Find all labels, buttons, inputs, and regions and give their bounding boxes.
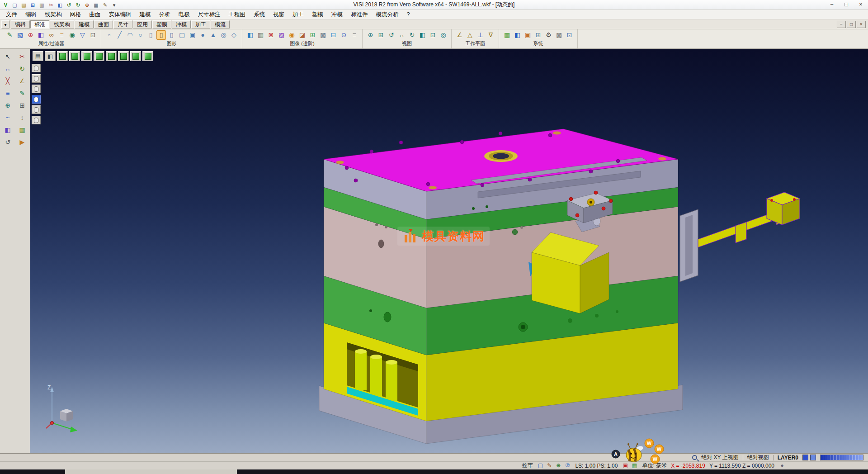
view-cube-button[interactable] bbox=[81, 51, 92, 61]
sidebar-tool-icon[interactable]: ⊕ bbox=[2, 100, 14, 110]
menu-item[interactable]: 塑模 bbox=[308, 10, 327, 19]
toolbar-tab[interactable]: 线架构 bbox=[50, 20, 74, 28]
layer-color-swatch[interactable] bbox=[810, 455, 816, 460]
view-cube-button[interactable] bbox=[57, 51, 68, 61]
status-icon[interactable]: ✎ bbox=[546, 462, 553, 469]
toolbar-icon[interactable]: ⊠ bbox=[266, 30, 276, 40]
sidebar-tool-icon[interactable]: ╳ bbox=[2, 76, 14, 86]
display-mode-button[interactable] bbox=[32, 74, 41, 83]
toolbar-icon[interactable]: ▯ bbox=[167, 30, 176, 40]
toolbar-icon[interactable]: ▦ bbox=[502, 30, 512, 40]
toolbar-icon[interactable]: ↻ bbox=[407, 30, 417, 40]
toolbar-icon[interactable]: ⊞ bbox=[376, 30, 386, 40]
viewport-window-button[interactable]: ▤ bbox=[33, 51, 43, 61]
layer-color-swatch[interactable] bbox=[802, 455, 808, 460]
viewport-window-button[interactable]: ◧ bbox=[45, 51, 56, 61]
view-orientation-button[interactable]: 绝对 XY 上视图 bbox=[701, 454, 738, 461]
quick-access-icon[interactable]: ✂ bbox=[47, 1, 55, 9]
toolbar-icon[interactable]: ⊡ bbox=[88, 30, 98, 40]
toolbar-tab[interactable]: 模流 bbox=[211, 20, 230, 28]
search-icon[interactable] bbox=[692, 455, 697, 460]
viewport-3d[interactable]: ▤◧ bbox=[30, 49, 868, 453]
toolbar-icon[interactable]: ⊡ bbox=[565, 30, 574, 40]
menu-item[interactable]: 实体编辑 bbox=[105, 10, 136, 19]
document-window-button[interactable]: □ bbox=[847, 21, 856, 28]
quick-access-icon[interactable]: ▾ bbox=[110, 1, 118, 9]
quick-access-icon[interactable]: ⊕ bbox=[83, 1, 91, 9]
toolbar-icon[interactable]: ⊞ bbox=[533, 30, 543, 40]
toolbar-icon[interactable]: ◪ bbox=[297, 30, 307, 40]
toolbar-icon[interactable]: ⊕ bbox=[366, 30, 375, 40]
sidebar-tool-icon[interactable]: ∠ bbox=[16, 76, 28, 86]
menu-item[interactable]: 线架构 bbox=[41, 10, 66, 19]
quick-access-icon[interactable]: ↻ bbox=[74, 1, 82, 9]
toolbar-icon[interactable]: ◉ bbox=[67, 30, 77, 40]
menu-item[interactable]: 加工 bbox=[288, 10, 308, 19]
toolbar-tab[interactable]: 冲模 bbox=[172, 20, 191, 28]
toolbar-icon[interactable]: ⊥ bbox=[476, 30, 485, 40]
toolbar-icon[interactable]: ∞ bbox=[47, 30, 56, 40]
toolbar-icon[interactable]: ✎ bbox=[5, 30, 14, 40]
toolbar-icon[interactable]: ▣ bbox=[523, 30, 533, 40]
sidebar-tool-icon[interactable]: ✎ bbox=[16, 88, 28, 98]
toolbar-icon[interactable]: ◧ bbox=[36, 30, 46, 40]
menu-item[interactable]: ? bbox=[403, 10, 414, 19]
view-cube-button[interactable] bbox=[69, 51, 80, 61]
quick-access-icon[interactable]: ◧ bbox=[56, 1, 64, 9]
document-window-button[interactable]: − bbox=[837, 21, 846, 28]
window-control-button[interactable]: □ bbox=[839, 0, 854, 9]
toolbar-icon[interactable]: ≡ bbox=[57, 30, 66, 40]
toolbar-icon[interactable]: ▯ bbox=[156, 30, 166, 40]
toolbar-icon[interactable]: ⊕ bbox=[26, 30, 35, 40]
toolbar-tab[interactable]: 编辑 bbox=[11, 20, 30, 28]
quick-access-icon[interactable]: ✎ bbox=[101, 1, 109, 9]
quick-access-icon[interactable]: ↺ bbox=[65, 1, 73, 9]
toolbar-icon[interactable]: ▩ bbox=[554, 30, 564, 40]
toolbar-tab[interactable]: 应用 bbox=[133, 20, 152, 28]
view-cube-button[interactable] bbox=[130, 51, 141, 61]
sidebar-tool-icon[interactable]: ≡ bbox=[2, 88, 14, 98]
sidebar-tool-icon[interactable]: ↺ bbox=[2, 137, 14, 147]
document-window-button[interactable]: × bbox=[857, 21, 866, 28]
toolbar-icon[interactable]: ⚙ bbox=[544, 30, 553, 40]
toolbar-icon[interactable]: ▩ bbox=[318, 30, 328, 40]
quick-access-icon[interactable]: ▤ bbox=[20, 1, 28, 9]
toolbar-icon[interactable]: ▫ bbox=[104, 30, 114, 40]
sidebar-tool-icon[interactable]: ▶ bbox=[16, 137, 28, 147]
toolbar-icon[interactable]: ▽ bbox=[78, 30, 87, 40]
sidebar-tool-icon[interactable]: ↔ bbox=[2, 64, 14, 74]
toolbar-icon[interactable]: ↺ bbox=[387, 30, 396, 40]
menu-item[interactable]: 建模 bbox=[136, 10, 155, 19]
menu-item[interactable]: 标准件 bbox=[347, 10, 372, 19]
sidebar-tool-icon[interactable]: ~ bbox=[2, 113, 14, 123]
toolbar-icon[interactable]: △ bbox=[465, 30, 475, 40]
window-control-button[interactable]: × bbox=[854, 0, 868, 9]
menu-item[interactable]: 分析 bbox=[155, 10, 175, 19]
menu-item[interactable]: 工程图 bbox=[225, 10, 250, 19]
toolbar-icon[interactable]: ⊟ bbox=[329, 30, 338, 40]
menu-item[interactable]: 模流分析 bbox=[372, 10, 403, 19]
mold-assembly-model[interactable] bbox=[30, 49, 868, 453]
toolbar-icon[interactable]: ● bbox=[198, 30, 208, 40]
quick-access-icon[interactable]: ⊞ bbox=[29, 1, 37, 9]
toolbar-icon[interactable]: ⊞ bbox=[308, 30, 317, 40]
display-mode-button[interactable] bbox=[32, 95, 41, 104]
display-mode-button[interactable] bbox=[32, 85, 41, 93]
toolbar-icon[interactable]: ◧ bbox=[418, 30, 427, 40]
view-cube-button[interactable] bbox=[118, 51, 129, 61]
quick-access-icon[interactable]: ▥ bbox=[38, 1, 46, 9]
status-icon[interactable]: ⊕ bbox=[555, 462, 562, 469]
menu-item[interactable]: 曲面 bbox=[85, 10, 105, 19]
toolbar-icon[interactable]: ▦ bbox=[256, 30, 265, 40]
menu-item[interactable]: 系统 bbox=[250, 10, 269, 19]
toolbar-icon[interactable]: ◇ bbox=[229, 30, 239, 40]
toolbar-icon[interactable]: ⊙ bbox=[339, 30, 349, 40]
toolbar-icon[interactable]: ◎ bbox=[439, 30, 448, 40]
toolbar-icon[interactable]: ∠ bbox=[455, 30, 464, 40]
display-mode-button[interactable] bbox=[32, 116, 41, 124]
sidebar-tool-icon[interactable]: ↕ bbox=[16, 113, 28, 123]
menu-item[interactable]: 网格 bbox=[66, 10, 85, 19]
display-mode-button[interactable] bbox=[32, 105, 41, 114]
toolbar-tab[interactable]: 加工 bbox=[191, 20, 210, 28]
view-mode-button[interactable]: 绝对视图 bbox=[747, 454, 769, 461]
